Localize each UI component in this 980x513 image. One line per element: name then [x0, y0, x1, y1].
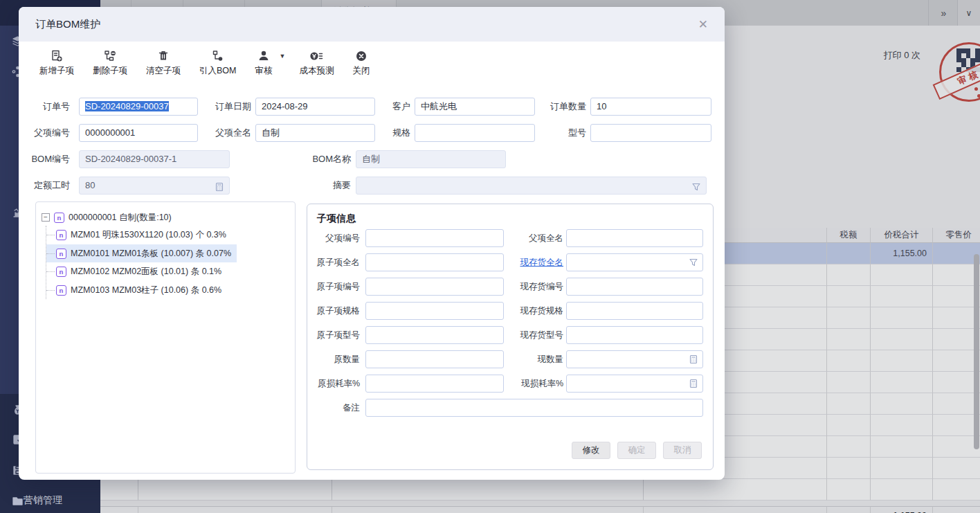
calculator-icon[interactable]	[689, 379, 699, 389]
atom-model-label: 原子项型号	[307, 326, 360, 344]
tree-root-label: 0000000001 自制(数量:10)	[69, 212, 172, 224]
parent-item-name-label: 父项全名	[200, 124, 251, 142]
summary-label: 摘要	[302, 177, 351, 195]
audit-dropdown-caret-icon[interactable]: ▼	[279, 53, 285, 60]
quota-hours-input[interactable]: 80	[79, 177, 230, 195]
tree-node-icon: n	[56, 249, 66, 259]
toolbar-button-add-subitem[interactable]: 新增子项	[39, 48, 74, 77]
curr-qty-input[interactable]	[566, 350, 703, 368]
tree-node-icon: n	[56, 230, 66, 240]
delete-subitem-icon	[103, 49, 117, 63]
toolbar-button-close[interactable]: 关闭	[352, 48, 370, 77]
toolbar-button-label: 成本预测	[299, 65, 334, 77]
atom-model-input[interactable]	[365, 326, 504, 344]
tree-item-label: MZM01 明珠1530X1120 (10.03) 个 0.3%	[71, 229, 226, 241]
quota-hours-value: 80	[85, 180, 95, 190]
filter-icon[interactable]	[691, 181, 702, 191]
toolbar-button-label: 清空子项	[146, 65, 181, 77]
toolbar-button-label: 删除子项	[93, 65, 127, 77]
stock-spec-label: 现存货规格	[502, 302, 563, 320]
bom-tree-children: nMZM01 明珠1530X1120 (10.03) 个 0.3%nMZM010…	[46, 226, 289, 299]
orig-loss-rate-input[interactable]	[365, 375, 504, 393]
bom-tree-item-2[interactable]: nMZM0101 MZM01条板 (10.007) 条 0.07%	[46, 244, 237, 262]
toolbar-button-cost-forecast[interactable]: 成本预测	[299, 48, 334, 77]
cost-forecast-icon	[309, 49, 324, 63]
subitem-info-panel: 子项信息 父项编号父项全名原子项全名现存货全名原子项编号现存货编号原子项规格现存…	[307, 204, 714, 470]
parent-item-no-value: 0000000001	[85, 127, 135, 138]
bom-no-input[interactable]: SD-20240829-00037-1	[79, 150, 230, 168]
toolbar-icon-wrap	[50, 48, 64, 64]
customer-input[interactable]: 中航光电	[415, 98, 535, 116]
toolbar-button-import-bom[interactable]: 引入BOM	[199, 48, 236, 77]
order-qty-label: 订单数量	[529, 98, 586, 116]
tree-connector	[46, 253, 55, 254]
remark-input[interactable]	[365, 399, 703, 417]
toolbar-button-label: 审核	[255, 65, 272, 77]
stock-model-input[interactable]	[566, 326, 703, 344]
stock-no-label: 现存货编号	[502, 278, 563, 296]
stock-no-input[interactable]	[566, 278, 703, 296]
dialog-close-icon[interactable]: ✕	[698, 17, 708, 32]
atom-spec-label: 原子项规格	[307, 302, 360, 320]
parent-no-label: 父项编号	[307, 229, 360, 247]
curr-loss-rate-label: 现损耗率%	[502, 375, 563, 393]
tree-connector	[46, 290, 55, 291]
clear-subitems-icon	[156, 49, 170, 63]
orig-qty-label: 原数量	[307, 350, 360, 368]
dialog-title: 订单BOM维护	[35, 18, 100, 31]
tree-item-label: MZM0102 MZM02面板 (10.01) 条 0.1%	[71, 266, 221, 278]
order-no-label: 订单号	[24, 98, 70, 116]
customer-label: 客户	[370, 98, 410, 116]
bom-tree-item-3[interactable]: nMZM0102 MZM02面板 (10.01) 条 0.1%	[46, 263, 227, 281]
toolbar-button-label: 新增子项	[39, 65, 74, 77]
modify-button[interactable]: 修改	[572, 442, 610, 459]
order-no-input[interactable]: SD-20240829-00037	[79, 98, 198, 116]
toolbar-button-clear-subitems[interactable]: 清空子项	[146, 48, 181, 77]
atom-no-input[interactable]	[365, 278, 504, 296]
bom-name-input[interactable]: 自制	[356, 150, 506, 168]
bom-tree-root[interactable]: − n 0000000001 自制(数量:10)	[42, 209, 289, 226]
atom-no-label: 原子项编号	[307, 278, 360, 296]
stock-spec-input[interactable]	[566, 302, 703, 320]
parent-item-no-input[interactable]: 0000000001	[79, 124, 198, 142]
toolbar-button-audit[interactable]: 审核	[255, 48, 272, 77]
toolbar-button-delete-subitem[interactable]: 删除子项	[93, 48, 127, 77]
tree-expander-icon[interactable]: −	[42, 213, 50, 222]
stock-name-input[interactable]	[566, 253, 703, 271]
parent-item-name-input[interactable]: 自制	[255, 124, 375, 142]
stock-name-label[interactable]: 现存货全名	[502, 253, 563, 271]
order-qty-value: 10	[597, 101, 606, 111]
bom-tree-item-1[interactable]: nMZM01 明珠1530X1120 (10.03) 个 0.3%	[46, 226, 232, 244]
bom-tree-panel: − n 0000000001 自制(数量:10) nMZM01 明珠1530X1…	[35, 201, 296, 474]
bom-no-label: BOM编号	[24, 150, 70, 168]
model-input[interactable]	[590, 124, 711, 142]
atom-spec-input[interactable]	[365, 302, 504, 320]
summary-input[interactable]	[356, 177, 707, 195]
audit-icon	[257, 49, 271, 63]
spec-input[interactable]	[415, 124, 535, 142]
tree-node-icon: n	[54, 213, 64, 223]
parent-name-label: 父项全名	[502, 229, 563, 247]
orig-qty-input[interactable]	[365, 350, 504, 368]
filter-icon[interactable]	[689, 258, 699, 268]
atom-name-input[interactable]	[365, 253, 504, 271]
toolbar-icon-wrap	[156, 48, 170, 64]
spec-label: 规格	[370, 124, 410, 142]
curr-loss-rate-input[interactable]	[566, 375, 703, 393]
curr-qty-label: 现数量	[502, 350, 563, 368]
dialog-header: 订单BOM维护 ✕	[19, 7, 725, 42]
toolbar-button-label: 引入BOM	[199, 65, 236, 77]
remark-label: 备注	[307, 399, 360, 417]
calculator-icon[interactable]	[689, 354, 699, 365]
toolbar-icon-wrap	[103, 48, 117, 64]
order-date-input[interactable]: 2024-08-29	[255, 98, 375, 116]
toolbar-icon-wrap	[354, 48, 368, 64]
model-label: 型号	[529, 124, 586, 142]
parent-name-input[interactable]	[566, 229, 703, 247]
customer-value: 中航光电	[421, 101, 457, 111]
parent-no-input[interactable]	[365, 229, 504, 247]
tree-node-icon: n	[56, 285, 66, 296]
order-qty-input[interactable]: 10	[590, 98, 711, 116]
calculator-icon[interactable]	[215, 181, 225, 191]
bom-tree-item-4[interactable]: nMZM0103 MZM03柱子 (10.06) 条 0.6%	[46, 281, 227, 299]
